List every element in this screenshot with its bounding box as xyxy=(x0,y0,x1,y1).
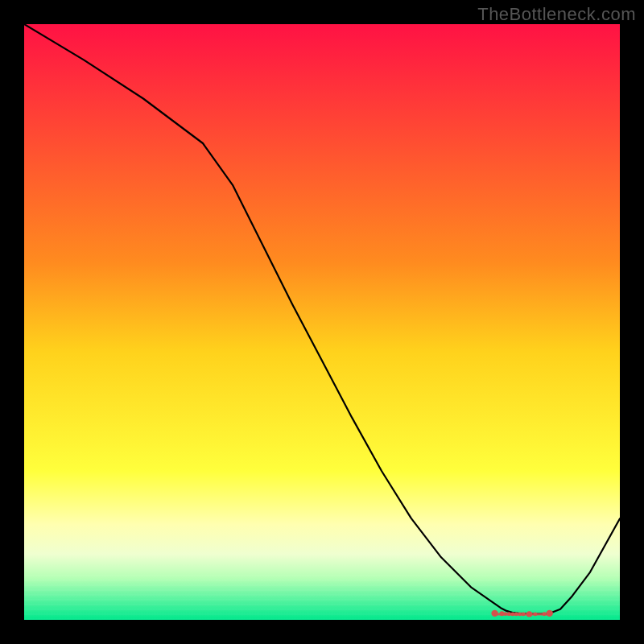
marker-connector xyxy=(495,613,550,615)
gradient-bg xyxy=(24,24,620,620)
plot-area xyxy=(24,24,620,620)
watermark-text: TheBottleneck.com xyxy=(477,4,636,25)
chart-frame: TheBottleneck.com xyxy=(0,0,644,644)
chart-svg xyxy=(24,24,620,620)
